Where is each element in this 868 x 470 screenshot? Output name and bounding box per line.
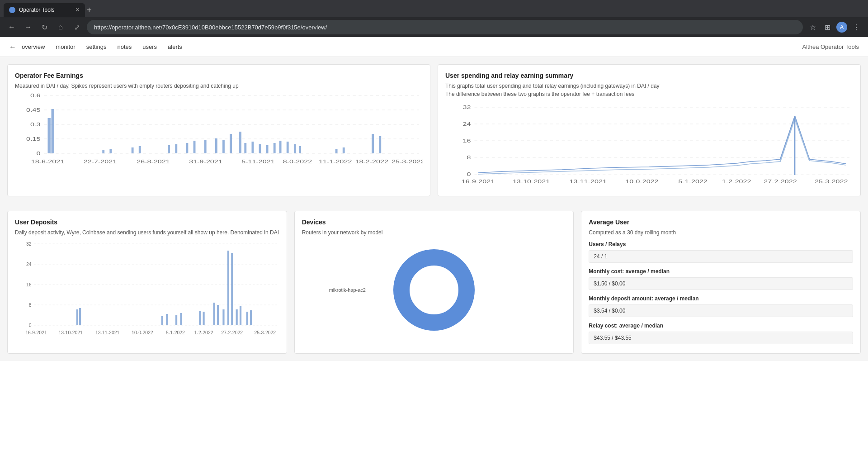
svg-text:16-9-2021: 16-9-2021 — [462, 179, 495, 184]
svg-rect-17 — [175, 144, 177, 153]
monthly-deposit-value: $3.54 / $0.00 — [589, 304, 853, 317]
svg-text:11-1-2022: 11-1-2022 — [319, 159, 352, 164]
menu-icon[interactable]: ⋮ — [850, 21, 863, 33]
tab-favicon — [9, 7, 15, 13]
svg-text:8-0-2022: 8-0-2022 — [283, 159, 312, 164]
user-spending-chart: 0 8 16 24 32 16-9-2021 13-10-2021 13-11-… — [445, 103, 853, 189]
svg-text:13-10-2021: 13-10-2021 — [58, 330, 83, 335]
svg-text:16: 16 — [462, 138, 471, 143]
home-button[interactable]: ⌂ — [54, 21, 67, 33]
nav-overview[interactable]: overview — [22, 43, 45, 50]
svg-rect-23 — [230, 134, 232, 153]
svg-rect-22 — [222, 140, 225, 153]
svg-text:16: 16 — [26, 282, 32, 287]
svg-rect-13 — [109, 149, 112, 153]
toolbar-icons: ☆ ⊞ A ⋮ — [807, 21, 863, 33]
svg-text:0: 0 — [36, 151, 40, 156]
svg-text:5-11-2021: 5-11-2021 — [241, 159, 274, 164]
svg-text:10-0-2022: 10-0-2022 — [132, 330, 153, 335]
svg-text:0.15: 0.15 — [26, 137, 40, 142]
svg-rect-81 — [180, 313, 182, 325]
profile-icon[interactable]: A — [835, 21, 848, 33]
nav-settings[interactable]: settings — [86, 43, 107, 50]
svg-rect-90 — [240, 306, 241, 325]
operator-fee-subtitle: Measured in DAI / day. Spikes represent … — [15, 83, 423, 89]
star-icon[interactable]: ☆ — [807, 21, 819, 33]
svg-text:1-2-2022: 1-2-2022 — [722, 179, 751, 184]
svg-rect-85 — [217, 305, 219, 325]
extensions-icon[interactable]: ⊞ — [821, 21, 834, 33]
relay-cost-value: $43.55 / $43.55 — [589, 332, 853, 344]
svg-text:22-7-2021: 22-7-2021 — [84, 159, 117, 164]
nav-notes[interactable]: notes — [117, 43, 132, 50]
svg-rect-24 — [239, 132, 241, 153]
svg-text:13-11-2021: 13-11-2021 — [95, 330, 120, 335]
svg-text:31-9-2021: 31-9-2021 — [189, 159, 222, 164]
tab-close-button[interactable]: × — [75, 6, 80, 14]
svg-text:25-3-2022: 25-3-2022 — [392, 159, 423, 164]
svg-rect-36 — [372, 134, 374, 153]
user-deposits-title: User Deposits — [15, 218, 279, 226]
monthly-cost-label: Monthly cost: average / median — [589, 268, 853, 275]
svg-rect-27 — [259, 144, 261, 153]
profile-avatar: A — [836, 22, 847, 33]
svg-text:8: 8 — [29, 303, 32, 308]
svg-rect-18 — [186, 143, 189, 153]
svg-rect-35 — [343, 147, 345, 153]
monthly-cost-value: $1.50 / $0.00 — [589, 277, 853, 290]
operator-fee-title: Operator Fee Earnings — [15, 72, 423, 79]
svg-rect-29 — [274, 143, 276, 153]
svg-text:13-10-2021: 13-10-2021 — [513, 179, 550, 184]
svg-text:25-3-2022: 25-3-2022 — [815, 179, 848, 184]
svg-text:26-8-2021: 26-8-2021 — [137, 159, 170, 164]
nav-bar: ← overview monitor settings notes users … — [0, 37, 868, 57]
expand-button[interactable]: ⤢ — [71, 21, 83, 33]
forward-button[interactable]: → — [22, 21, 34, 33]
svg-rect-76 — [76, 309, 78, 325]
back-button[interactable]: ← — [5, 21, 18, 33]
user-deposits-chart: 0 8 16 24 32 — [15, 239, 279, 339]
svg-rect-86 — [222, 309, 224, 325]
svg-text:16-9-2021: 16-9-2021 — [25, 330, 47, 335]
svg-rect-84 — [213, 303, 215, 325]
svg-rect-16 — [168, 145, 170, 153]
app: ← overview monitor settings notes users … — [0, 37, 868, 470]
svg-text:1-2-2022: 1-2-2022 — [194, 330, 213, 335]
nav-back-button[interactable]: ← — [9, 43, 16, 51]
svg-rect-10 — [47, 118, 50, 153]
dashboard-top: Operator Fee Earnings Measured in DAI / … — [0, 57, 868, 211]
user-deposits-subtitle: Daily deposit activity, Wyre, Coinbase a… — [15, 229, 279, 236]
browser-controls: ← → ↻ ⌂ ⤢ ☆ ⊞ A ⋮ — [0, 17, 868, 37]
nav-monitor[interactable]: monitor — [56, 43, 75, 50]
user-deposits-svg: 0 8 16 24 32 — [15, 239, 279, 339]
svg-rect-14 — [132, 147, 134, 153]
svg-rect-82 — [199, 311, 201, 325]
average-user-description: Computed as a 30 day rolling month — [589, 229, 853, 236]
dashboard-bottom: User Deposits Daily deposit activity, Wy… — [0, 211, 868, 361]
active-tab[interactable]: Operator Tools × — [4, 3, 85, 17]
svg-text:5-1-2022: 5-1-2022 — [678, 179, 707, 184]
svg-text:0.45: 0.45 — [26, 108, 40, 113]
svg-text:18-6-2021: 18-6-2021 — [31, 159, 64, 164]
address-bar[interactable] — [87, 20, 803, 34]
reload-button[interactable]: ↻ — [38, 21, 51, 33]
svg-point-103 — [418, 274, 450, 306]
svg-rect-78 — [161, 316, 163, 325]
donut-container: mikrotik-hap-ac2 — [302, 245, 566, 335]
svg-text:24: 24 — [26, 262, 32, 267]
average-user-card: Average User Computed as a 30 day rollin… — [581, 211, 861, 354]
svg-text:0.3: 0.3 — [30, 122, 40, 127]
nav-alerts[interactable]: alerts — [168, 43, 182, 50]
svg-rect-91 — [246, 312, 248, 325]
svg-rect-89 — [236, 309, 238, 325]
svg-text:18-2-2022: 18-2-2022 — [355, 159, 388, 164]
svg-rect-77 — [79, 308, 81, 325]
svg-rect-19 — [193, 141, 196, 153]
new-tab-button[interactable]: + — [87, 5, 92, 15]
nav-users[interactable]: users — [142, 43, 157, 50]
devices-card: Devices Routers in your network by model… — [294, 211, 574, 354]
user-spending-title: User spending and relay earning summary — [445, 72, 853, 79]
user-spending-subtitle2: The difference between these two graphs … — [445, 91, 853, 97]
user-deposits-card: User Deposits Daily deposit activity, Wy… — [7, 211, 287, 354]
operator-fee-chart: 0 0.15 0.3 0.45 0.6 — [15, 91, 423, 172]
